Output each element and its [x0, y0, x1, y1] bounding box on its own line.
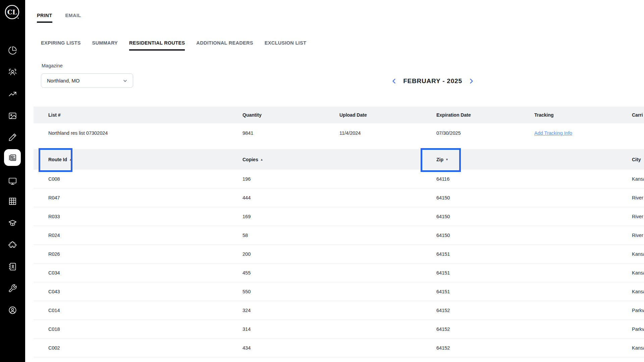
- monitor-icon: [8, 177, 17, 186]
- tab-expiring-lists[interactable]: EXPIRING LISTS: [41, 40, 81, 51]
- route-id-cell: R024: [48, 233, 243, 238]
- tab-print[interactable]: PRINT: [37, 13, 52, 23]
- route-id-cell: R033: [48, 214, 243, 219]
- expiration-date-cell: 07/30/2025: [436, 130, 534, 136]
- list-table: List # Quantity Upload Date Expiration D…: [34, 107, 644, 143]
- header-copies-label: Copies: [243, 157, 258, 162]
- month-navigator: FEBRUARY - 2025: [382, 76, 483, 86]
- sidebar-item-monitor-icon[interactable]: [4, 173, 21, 189]
- table-row: R047 444 64150 River: [34, 188, 644, 207]
- zip-cell: 64150: [436, 233, 632, 238]
- city-cell: Kansa: [632, 251, 644, 257]
- route-id-cell: C043: [48, 289, 243, 294]
- city-cell: Parkv: [632, 308, 644, 313]
- route-id-cell: R047: [48, 195, 243, 200]
- next-month-button[interactable]: [468, 77, 475, 85]
- graduation-cap-icon: [8, 219, 17, 228]
- zip-cell: 64152: [436, 345, 632, 351]
- sidebar-item-wrench-icon[interactable]: [4, 280, 21, 297]
- table-row: C008 196 64116 Kansa: [34, 170, 644, 188]
- copies-cell: 58: [243, 233, 436, 238]
- magazine-select-value: Northland, MO: [47, 78, 80, 83]
- header-copies[interactable]: Copies▲: [243, 157, 436, 162]
- copies-cell: 550: [243, 289, 436, 294]
- month-label: FEBRUARY - 2025: [403, 77, 462, 85]
- add-tracking-info-link[interactable]: Add Tracking Info: [534, 130, 572, 136]
- team-icon: [8, 68, 17, 77]
- chevron-down-icon: [122, 78, 128, 83]
- table-row: C014 324 64152 Parkv: [34, 301, 644, 320]
- sidebar-item-account-icon[interactable]: [4, 302, 21, 318]
- header-carrier: Carri: [632, 112, 644, 118]
- zip-cell: 64151: [436, 251, 632, 257]
- sidebar-item-puzzle-icon[interactable]: [4, 236, 21, 253]
- magazine-select[interactable]: Northland, MO: [41, 73, 133, 88]
- sort-asc-icon: ▲: [260, 158, 263, 161]
- tab-exclusion-list[interactable]: EXCLUSION LIST: [265, 40, 306, 51]
- sidebar-item-team-icon[interactable]: [4, 64, 21, 80]
- tab-residential-routes[interactable]: RESIDENTIAL ROUTES: [129, 40, 185, 51]
- sort-asc-icon: ▲: [69, 158, 72, 161]
- account-icon: [8, 306, 17, 315]
- tab-summary[interactable]: SUMMARY: [92, 40, 118, 51]
- quantity-cell: 9841: [243, 130, 339, 136]
- sidebar-item-pie-chart-icon[interactable]: [4, 42, 21, 59]
- pencil-icon: [8, 133, 17, 142]
- app-logo[interactable]: CL: [3, 3, 21, 21]
- puzzle-icon: [8, 240, 17, 249]
- copies-cell: 444: [243, 195, 436, 200]
- wrench-icon: [8, 284, 17, 293]
- route-id-cell: R026: [48, 251, 243, 257]
- sidebar-item-graduation-cap-icon[interactable]: [4, 215, 21, 231]
- copies-cell: 169: [243, 214, 436, 219]
- list-table-header: List # Quantity Upload Date Expiration D…: [34, 107, 644, 123]
- header-city: City: [632, 157, 644, 162]
- zip-cell: 64151: [436, 289, 632, 294]
- header-expiration-date: Expiration Date: [436, 112, 534, 118]
- route-id-cell: C002: [48, 345, 243, 351]
- primary-tabs: PRINT EMAIL: [37, 13, 81, 23]
- image-icon: [8, 111, 17, 120]
- sidebar-item-image-icon[interactable]: [4, 107, 21, 124]
- table-row: C034 455 64151 Kansa: [34, 263, 644, 282]
- sort-desc-icon: ▼: [445, 158, 448, 161]
- route-id-cell: C018: [48, 326, 243, 332]
- route-id-cell: C008: [48, 176, 243, 182]
- zip-cell: 64116: [436, 176, 632, 182]
- secondary-tabs: EXPIRING LISTS SUMMARY RESIDENTIAL ROUTE…: [41, 40, 306, 51]
- zip-cell: 64152: [436, 326, 632, 332]
- city-cell: River: [632, 195, 644, 200]
- table-row: R026 200 64151 Kansa: [34, 245, 644, 263]
- list-name-cell: Northland res list 07302024: [48, 130, 243, 136]
- routes-table-header: Route Id▲ Copies▲ Zip▼ City: [34, 149, 644, 170]
- previous-month-button[interactable]: [390, 77, 398, 85]
- pie-chart-icon: [8, 46, 17, 55]
- header-zip[interactable]: Zip▼: [436, 157, 632, 162]
- header-route-id[interactable]: Route Id▲: [48, 157, 243, 162]
- copies-cell: 434: [243, 345, 436, 351]
- sidebar-item-analytics-icon[interactable]: [4, 85, 21, 102]
- table-row: C002 434 64152 Kansa: [34, 339, 644, 357]
- tab-email[interactable]: EMAIL: [65, 13, 81, 23]
- table-row: R033 169 64150 River: [34, 207, 644, 226]
- sidebar-item-address-book-icon[interactable]: [4, 258, 21, 275]
- header-tracking: Tracking: [534, 112, 632, 118]
- trending-up-icon: [8, 89, 17, 99]
- routes-table: Route Id▲ Copies▲ Zip▼ City C008 196 641…: [34, 149, 644, 357]
- sidebar-item-newspaper-icon[interactable]: [4, 149, 21, 166]
- copies-cell: 196: [243, 176, 436, 182]
- table-row: R024 58 64150 River: [34, 226, 644, 245]
- grid-icon: [8, 197, 17, 206]
- tab-additional-readers[interactable]: ADDITIONAL READERS: [196, 40, 253, 51]
- table-row: C018 314 64152 Parkv: [34, 320, 644, 339]
- sidebar-item-pencil-icon[interactable]: [4, 129, 21, 145]
- city-cell: Kansa: [632, 270, 644, 276]
- zip-cell: 64152: [436, 308, 632, 313]
- route-id-cell: C014: [48, 308, 243, 313]
- sidebar-item-grid-icon[interactable]: [4, 193, 21, 209]
- zip-cell: 64151: [436, 270, 632, 276]
- city-cell: Kansa: [632, 345, 644, 351]
- table-row: Northland res list 07302024 9841 11/4/20…: [34, 123, 644, 143]
- city-cell: River: [632, 233, 644, 238]
- zip-cell: 64150: [436, 195, 632, 200]
